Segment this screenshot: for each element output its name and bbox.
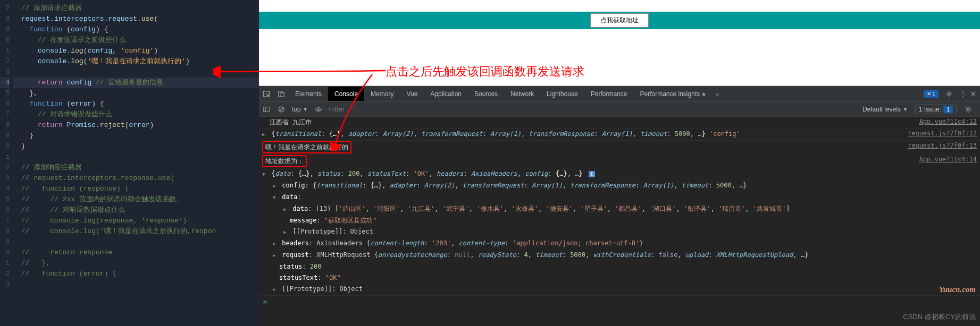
csdn-watermark: CSDN @初映CY的前说: [903, 312, 976, 322]
clear-console-icon[interactable]: [274, 102, 289, 116]
issues-badge[interactable]: 1 Issue: 1: [915, 105, 957, 114]
context-selector[interactable]: top ▼: [289, 106, 311, 113]
more-tabs-icon[interactable]: »: [713, 91, 722, 97]
tab-elements[interactable]: Elements: [289, 87, 328, 101]
annotation-text: 点击之后先触发该回调函数再发送请求: [386, 64, 584, 80]
svg-line-7: [280, 107, 283, 111]
svg-point-10: [967, 108, 969, 110]
obj-property: statusText: "OK": [262, 272, 977, 284]
obj-prototype[interactable]: [[Prototype]]: Object: [262, 284, 977, 295]
obj-property[interactable]: config: {transitional: {…}, adapter: Arr…: [262, 180, 977, 192]
tab-network[interactable]: Network: [504, 87, 540, 101]
code-content[interactable]: // 添加请求拦截器 request.interceptors.request.…: [13, 0, 259, 326]
get-address-button[interactable]: 点我获取地址: [590, 13, 649, 28]
log-source-link[interactable]: request.js?7f0f:12: [902, 128, 977, 140]
devtools-tabbar: ElementsConsoleMemoryVueApplicationSourc…: [259, 86, 980, 102]
console-prompt[interactable]: >: [259, 296, 980, 309]
console-toolbar: top ▼ Default levels ▼ 1 Issue: 1: [259, 102, 980, 117]
tab-memory[interactable]: Memory: [364, 87, 400, 101]
highlighted-log: 地址数据为：: [262, 155, 307, 167]
browser-preview: 点我获取地址: [259, 0, 980, 86]
obj-property[interactable]: headers: AxiosHeaders {content-length: '…: [262, 238, 977, 250]
log-entry: 江西省 九江市: [262, 117, 914, 128]
tab-vue[interactable]: Vue: [400, 87, 424, 101]
obj-property[interactable]: data:: [262, 192, 977, 203]
obj-prototype[interactable]: [[Prototype]]: Object: [262, 226, 977, 238]
svg-point-9: [317, 108, 319, 110]
log-source-link[interactable]: request.js?7f0f:13: [902, 141, 977, 154]
log-entry[interactable]: {transitional: {…}, adapter: Array(2), t…: [262, 128, 902, 140]
tab-console[interactable]: Console: [328, 87, 364, 101]
tab-performance-insights[interactable]: Performance insights: [634, 87, 713, 101]
right-pane: 点我获取地址 ElementsConsoleMemoryVueApplicati…: [259, 0, 980, 326]
tab-lighthouse[interactable]: Lighthouse: [540, 87, 584, 101]
obj-property: message: "获取地区县成功": [262, 215, 977, 226]
code-editor-pane: 789012345678901234567890123 // 添加请求拦截器 r…: [0, 0, 259, 326]
tab-sources[interactable]: Sources: [468, 87, 504, 101]
action-bar: 点我获取地址: [259, 12, 980, 29]
tab-application[interactable]: Application: [424, 87, 468, 101]
inspect-icon[interactable]: [259, 87, 274, 101]
obj-property[interactable]: request: XMLHttpRequest {onreadystatecha…: [262, 250, 977, 261]
obj-property: status: 200: [262, 261, 977, 272]
console-output[interactable]: 江西省 九江市App.vue?11c4:12 {transitional: {……: [259, 117, 980, 326]
devtools-panel: ElementsConsoleMemoryVueApplicationSourc…: [259, 86, 980, 326]
log-entry: 地址数据为：: [262, 155, 914, 168]
log-levels-selector[interactable]: Default levels ▼: [859, 106, 911, 113]
svg-point-3: [948, 92, 950, 95]
svg-rect-4: [264, 107, 270, 111]
highlighted-log: 嘿！我是在请求之前就执行的: [262, 141, 351, 153]
log-source-link[interactable]: App.vue?11c4:14: [914, 155, 977, 168]
close-devtools-icon[interactable]: ✕: [970, 90, 976, 98]
gear-icon[interactable]: [942, 87, 957, 101]
live-expression-icon[interactable]: [311, 102, 326, 116]
device-toggle-icon[interactable]: [274, 87, 289, 101]
line-gutter: 789012345678901234567890123: [0, 0, 13, 326]
log-entry: 嘿！我是在请求之前就执行的: [262, 141, 902, 154]
sidebar-toggle-icon[interactable]: [259, 102, 274, 116]
more-icon[interactable]: ⋮: [960, 90, 967, 98]
svg-rect-2: [281, 92, 284, 97]
log-entry-object[interactable]: {data: {…}, status: 200, statusText: 'OK…: [262, 168, 977, 180]
console-settings-icon[interactable]: [961, 102, 976, 116]
error-count-badge[interactable]: ✕1: [924, 90, 939, 98]
watermark: Yuucn.com: [939, 285, 976, 294]
obj-property[interactable]: data: (13) ['庐山区', '浔阳区', '九江县', '武宁县', …: [262, 203, 977, 215]
tab-performance[interactable]: Performance: [584, 87, 634, 101]
filter-input[interactable]: [326, 104, 422, 115]
log-source-link[interactable]: App.vue?11c4:12: [914, 117, 977, 128]
